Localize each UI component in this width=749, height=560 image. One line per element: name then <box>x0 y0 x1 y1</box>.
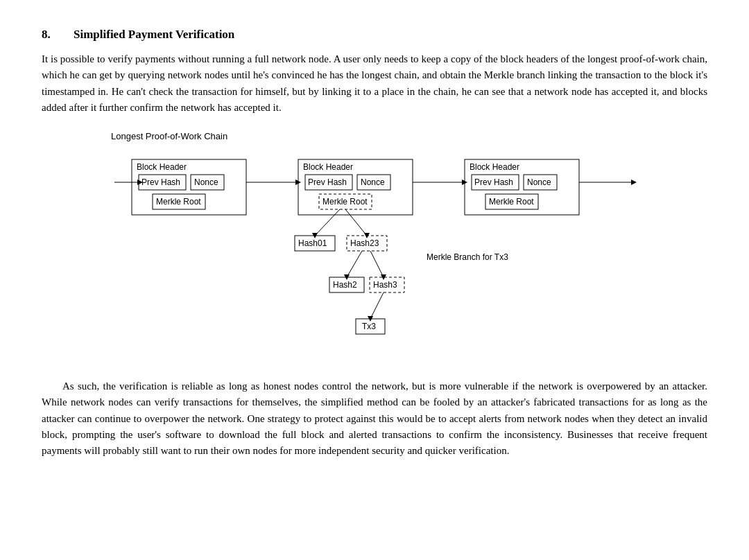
closing-paragraph: As such, the verification is reliable as… <box>42 378 707 459</box>
svg-text:Merkle Branch for Tx3: Merkle Branch for Tx3 <box>427 252 508 262</box>
svg-text:Prev Hash: Prev Hash <box>474 177 513 187</box>
svg-line-46 <box>370 251 384 277</box>
svg-text:Merkle Root: Merkle Root <box>489 197 534 207</box>
svg-text:Block Header: Block Header <box>303 162 353 172</box>
svg-text:Block Header: Block Header <box>137 162 187 172</box>
svg-text:Block Header: Block Header <box>470 162 519 172</box>
svg-text:Hash23: Hash23 <box>350 238 379 248</box>
diagram-area: Longest Proof-of-Work Chain Block Header… <box>111 131 638 363</box>
svg-text:Nonce: Nonce <box>527 177 551 187</box>
section-number: 8. <box>42 28 61 42</box>
svg-text:Hash01: Hash01 <box>298 238 327 248</box>
svg-marker-31 <box>631 180 637 185</box>
svg-line-44 <box>347 251 362 277</box>
svg-text:Nonce: Nonce <box>361 177 385 187</box>
svg-text:Merkle Root: Merkle Root <box>322 197 368 207</box>
svg-text:Merkle Root: Merkle Root <box>156 197 201 207</box>
svg-text:Nonce: Nonce <box>194 177 218 187</box>
svg-text:Tx3: Tx3 <box>362 322 376 331</box>
svg-text:Hash3: Hash3 <box>373 280 397 290</box>
intro-paragraph: It is possible to verify payments withou… <box>42 51 707 116</box>
svg-line-50 <box>370 292 384 319</box>
blockchain-diagram: Block Header Prev Hash Nonce Merkle Root… <box>111 146 638 360</box>
section-title-text: Simplified Payment Verification <box>74 28 234 42</box>
svg-text:Prev Hash: Prev Hash <box>308 177 347 187</box>
section-heading: 8. Simplified Payment Verification <box>42 28 707 42</box>
svg-text:Prev Hash: Prev Hash <box>141 177 180 187</box>
svg-text:Hash2: Hash2 <box>333 280 357 290</box>
chain-label: Longest Proof-of-Work Chain <box>111 131 638 141</box>
